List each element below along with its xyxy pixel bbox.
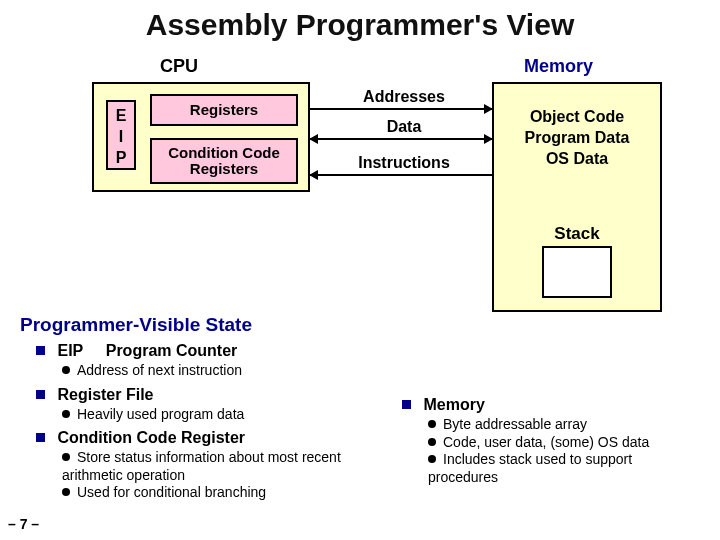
list-item: EIP Program Counter Address of next inst… <box>36 342 378 380</box>
square-bullet-icon <box>36 346 45 355</box>
page-number: – 7 – <box>8 516 39 532</box>
sub-bullet: Address of next instruction <box>62 362 378 380</box>
stack-box <box>542 246 612 298</box>
square-bullet-icon <box>402 400 411 409</box>
registers-box: Registers <box>150 94 298 126</box>
arrow-instructions <box>310 174 492 176</box>
condition-codes-box: Condition Code Registers <box>150 138 298 184</box>
arrow-addresses <box>310 108 492 110</box>
sub-bullet: Includes stack used to support procedure… <box>428 451 702 486</box>
item-head: Condition Code Register <box>57 429 245 446</box>
list-item: Condition Code Register Store status inf… <box>36 429 378 502</box>
memory-line: Object Code <box>494 107 660 127</box>
sub-bullet: Store status information about most rece… <box>62 449 378 484</box>
memory-list: Memory Byte addressable array Code, user… <box>402 396 702 492</box>
square-bullet-icon <box>36 390 45 399</box>
pv-state-list: EIP Program Counter Address of next inst… <box>36 342 378 508</box>
memory-line: Program Data <box>494 128 660 148</box>
arrow-data <box>310 138 492 140</box>
cpu-label: CPU <box>160 56 198 77</box>
list-item: Register File Heavily used program data <box>36 386 378 424</box>
memory-label: Memory <box>524 56 593 77</box>
sub-bullet: Code, user data, (some) OS data <box>428 434 702 452</box>
sub-bullet: Byte addressable array <box>428 416 702 434</box>
sub-bullet: Heavily used program data <box>62 406 378 424</box>
section-heading: Programmer-Visible State <box>20 314 252 336</box>
item-head: EIP <box>57 342 83 359</box>
eip-register: E I P <box>106 100 136 170</box>
item-head-secondary: Program Counter <box>106 342 238 359</box>
memory-line: OS Data <box>494 149 660 169</box>
bus-label-addresses: Addresses <box>344 88 464 106</box>
page-title: Assembly Programmer's View <box>0 8 720 42</box>
sub-bullet: Used for conditional branching <box>62 484 378 502</box>
memory-box: Object Code Program Data OS Data Stack <box>492 82 662 312</box>
bus-label-instructions: Instructions <box>344 154 464 172</box>
item-head: Memory <box>423 396 484 413</box>
stack-label: Stack <box>494 224 660 244</box>
item-head: Register File <box>57 386 153 403</box>
list-item: Memory Byte addressable array Code, user… <box>402 396 702 486</box>
square-bullet-icon <box>36 433 45 442</box>
bus-label-data: Data <box>344 118 464 136</box>
